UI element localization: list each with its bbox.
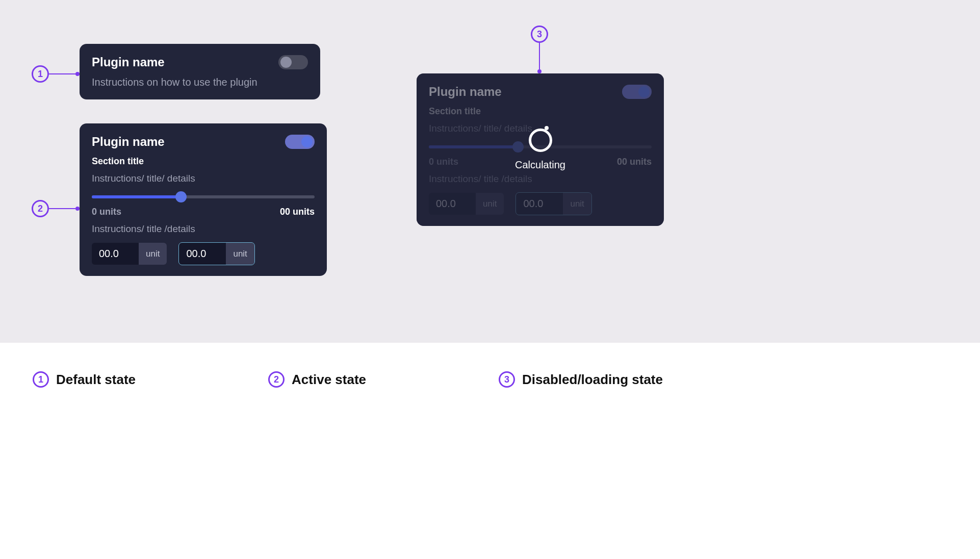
input-row: 00.0 unit 00.0 unit [92,243,315,265]
input-unit-label: unit [563,193,591,215]
input-value: 00.0 [516,193,563,215]
legend-label: Default state [56,372,136,388]
legend-item-disabled: 3 Disabled/loading state [499,371,663,388]
inputs-instructions: Instructions/ title /details [92,223,315,235]
input-value: 00.0 [429,193,476,215]
callout-marker-1: 1 [32,65,80,83]
input-unit-label: unit [139,243,167,265]
callout-connector [49,73,75,74]
slider-min-label: 0 units [92,207,121,217]
input-value[interactable]: 00.0 [92,243,139,265]
plugin-card-active: Plugin name Section title Instructions/ … [80,123,327,276]
plugin-toggle[interactable] [285,135,315,149]
inputs-instructions: Instructions/ title /details [429,173,652,185]
slider[interactable] [92,195,315,198]
callout-dot [75,207,80,211]
slider-labels: 0 units 00 units [92,207,315,217]
value-input-2: 00.0 unit [516,193,591,215]
slider-thumb [512,141,524,153]
legend-label: Active state [292,372,366,388]
legend-badge: 2 [268,371,285,388]
slider-thumb[interactable] [175,191,187,202]
legend-bar: 1 Default state 2 Active state 3 Disable… [0,343,980,559]
callout-marker-2: 2 [32,200,80,217]
plugin-card-default: Plugin name Instructions on how to use t… [80,44,320,99]
input-row: 00.0 unit 00.0 unit [429,193,652,215]
slider-max-label: 00 units [617,157,652,167]
callout-badge-1: 1 [32,65,49,83]
legend-badge: 3 [499,371,515,388]
input-unit-label: unit [476,193,504,215]
callout-marker-3: 3 [531,26,548,73]
plugin-title: Plugin name [92,135,165,149]
legend-item-default: 1 Default state [33,371,136,388]
plugin-toggle[interactable] [278,55,308,69]
slider-fill [429,145,518,148]
plugin-title: Plugin name [92,55,165,69]
callout-dot [537,69,541,73]
canvas-area: 1 2 3 Plugin name Instructions on how to… [0,0,980,343]
value-input-1: 00.0 unit [429,193,504,215]
slider-fill [92,195,181,198]
slider-instructions: Instructions/ title/ details [429,123,652,134]
callout-connector [49,208,75,209]
legend-badge: 1 [33,371,49,388]
callout-dot [75,72,80,76]
callout-badge-3: 3 [531,26,548,43]
slider-instructions: Instructions/ title/ details [92,173,315,184]
card-header: Plugin name [92,55,308,69]
plugin-instructions: Instructions on how to use the plugin [92,77,308,88]
input-value[interactable]: 00.0 [179,243,226,265]
slider-labels: 0 units 00 units [429,157,652,167]
plugin-title: Plugin name [429,85,502,99]
card-header: Plugin name [429,85,652,99]
plugin-toggle[interactable] [622,85,652,99]
toggle-knob [301,136,313,147]
callout-connector [539,43,540,69]
section-title: Section title [429,106,652,117]
legend-label: Disabled/loading state [522,372,663,388]
slider-min-label: 0 units [429,157,458,167]
slider [429,145,652,148]
toggle-knob [638,86,650,97]
input-unit-label: unit [226,243,254,265]
card-header: Plugin name [92,135,315,149]
value-input-1[interactable]: 00.0 unit [92,243,167,265]
plugin-card-loading: Plugin name Section title Instructions/ … [417,73,664,226]
section-title: Section title [92,156,315,167]
slider-max-label: 00 units [280,207,315,217]
legend-item-active: 2 Active state [268,371,366,388]
value-input-2[interactable]: 00.0 unit [179,243,254,265]
callout-badge-2: 2 [32,200,49,217]
toggle-knob [280,57,292,68]
